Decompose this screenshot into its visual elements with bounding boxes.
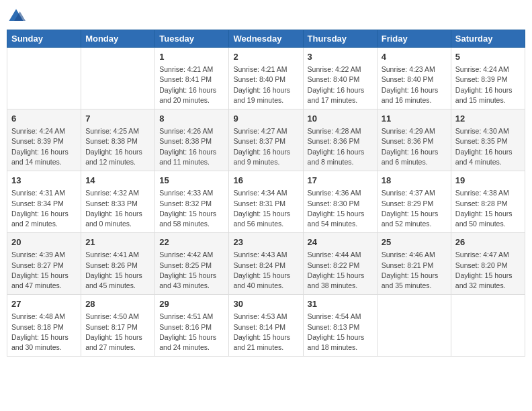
calendar-cell: 15Sunrise: 4:33 AM Sunset: 8:32 PM Dayli… xyxy=(155,171,229,233)
calendar-week-row: 20Sunrise: 4:39 AM Sunset: 8:27 PM Dayli… xyxy=(7,233,525,295)
calendar-cell: 4Sunrise: 4:23 AM Sunset: 8:40 PM Daylig… xyxy=(377,48,451,109)
calendar-cell: 1Sunrise: 4:21 AM Sunset: 8:41 PM Daylig… xyxy=(155,48,229,109)
calendar-cell xyxy=(81,48,155,109)
day-info: Sunrise: 4:30 AM Sunset: 8:35 PM Dayligh… xyxy=(455,126,521,167)
day-number: 24 xyxy=(308,236,373,248)
logo xyxy=(7,7,28,26)
day-info: Sunrise: 4:44 AM Sunset: 8:22 PM Dayligh… xyxy=(308,250,373,291)
day-number: 11 xyxy=(382,113,447,125)
day-info: Sunrise: 4:21 AM Sunset: 8:41 PM Dayligh… xyxy=(159,64,224,105)
day-info: Sunrise: 4:33 AM Sunset: 8:32 PM Dayligh… xyxy=(159,188,224,229)
day-info: Sunrise: 4:47 AM Sunset: 8:20 PM Dayligh… xyxy=(455,250,521,291)
day-info: Sunrise: 4:37 AM Sunset: 8:29 PM Dayligh… xyxy=(382,188,447,229)
day-number: 8 xyxy=(159,113,224,125)
calendar-cell: 30Sunrise: 4:53 AM Sunset: 8:14 PM Dayli… xyxy=(229,295,303,357)
calendar-header-sunday: Sunday xyxy=(7,30,81,48)
calendar-cell: 11Sunrise: 4:29 AM Sunset: 8:36 PM Dayli… xyxy=(377,109,451,171)
calendar-header-row: SundayMondayTuesdayWednesdayThursdayFrid… xyxy=(7,30,525,48)
day-info: Sunrise: 4:41 AM Sunset: 8:26 PM Dayligh… xyxy=(85,250,150,291)
calendar-cell: 21Sunrise: 4:41 AM Sunset: 8:26 PM Dayli… xyxy=(81,233,155,295)
calendar-cell: 7Sunrise: 4:25 AM Sunset: 8:38 PM Daylig… xyxy=(81,109,155,171)
day-number: 13 xyxy=(11,175,77,187)
day-info: Sunrise: 4:53 AM Sunset: 8:14 PM Dayligh… xyxy=(233,312,298,353)
calendar-cell: 3Sunrise: 4:22 AM Sunset: 8:40 PM Daylig… xyxy=(303,48,377,109)
day-number: 25 xyxy=(382,236,447,248)
day-info: Sunrise: 4:25 AM Sunset: 8:38 PM Dayligh… xyxy=(85,126,150,167)
day-number: 19 xyxy=(455,175,521,187)
day-info: Sunrise: 4:42 AM Sunset: 8:25 PM Dayligh… xyxy=(159,250,224,291)
calendar-cell: 20Sunrise: 4:39 AM Sunset: 8:27 PM Dayli… xyxy=(7,233,81,295)
day-number: 14 xyxy=(85,175,150,187)
day-info: Sunrise: 4:29 AM Sunset: 8:36 PM Dayligh… xyxy=(382,126,447,167)
day-number: 31 xyxy=(308,298,373,310)
day-number: 30 xyxy=(233,298,298,310)
day-number: 6 xyxy=(11,113,77,125)
calendar-header-saturday: Saturday xyxy=(451,30,525,48)
calendar-cell: 5Sunrise: 4:24 AM Sunset: 8:39 PM Daylig… xyxy=(451,48,525,109)
page-header xyxy=(7,7,525,26)
calendar-cell: 12Sunrise: 4:30 AM Sunset: 8:35 PM Dayli… xyxy=(451,109,525,171)
day-number: 21 xyxy=(85,236,150,248)
calendar-cell: 17Sunrise: 4:36 AM Sunset: 8:30 PM Dayli… xyxy=(303,171,377,233)
day-info: Sunrise: 4:34 AM Sunset: 8:31 PM Dayligh… xyxy=(233,188,298,229)
calendar-cell: 8Sunrise: 4:26 AM Sunset: 8:38 PM Daylig… xyxy=(155,109,229,171)
day-info: Sunrise: 4:36 AM Sunset: 8:30 PM Dayligh… xyxy=(308,188,373,229)
day-number: 2 xyxy=(233,51,298,63)
calendar-table: SundayMondayTuesdayWednesdayThursdayFrid… xyxy=(7,30,525,357)
day-info: Sunrise: 4:27 AM Sunset: 8:37 PM Dayligh… xyxy=(233,126,298,167)
day-info: Sunrise: 4:31 AM Sunset: 8:34 PM Dayligh… xyxy=(11,188,77,229)
calendar-week-row: 13Sunrise: 4:31 AM Sunset: 8:34 PM Dayli… xyxy=(7,171,525,233)
calendar-cell: 29Sunrise: 4:51 AM Sunset: 8:16 PM Dayli… xyxy=(155,295,229,357)
calendar-cell: 27Sunrise: 4:48 AM Sunset: 8:18 PM Dayli… xyxy=(7,295,81,357)
day-number: 29 xyxy=(159,298,224,310)
day-info: Sunrise: 4:38 AM Sunset: 8:28 PM Dayligh… xyxy=(455,188,521,229)
day-number: 20 xyxy=(11,236,77,248)
calendar-header-tuesday: Tuesday xyxy=(155,30,229,48)
calendar-cell: 16Sunrise: 4:34 AM Sunset: 8:31 PM Dayli… xyxy=(229,171,303,233)
calendar-cell xyxy=(451,295,525,357)
calendar-cell: 22Sunrise: 4:42 AM Sunset: 8:25 PM Dayli… xyxy=(155,233,229,295)
day-number: 22 xyxy=(159,236,224,248)
calendar-header-friday: Friday xyxy=(377,30,451,48)
calendar-cell: 26Sunrise: 4:47 AM Sunset: 8:20 PM Dayli… xyxy=(451,233,525,295)
day-number: 17 xyxy=(308,175,373,187)
calendar-week-row: 27Sunrise: 4:48 AM Sunset: 8:18 PM Dayli… xyxy=(7,295,525,357)
logo-icon xyxy=(7,7,26,26)
calendar-cell xyxy=(377,295,451,357)
day-info: Sunrise: 4:43 AM Sunset: 8:24 PM Dayligh… xyxy=(233,250,298,291)
calendar-header-monday: Monday xyxy=(81,30,155,48)
calendar-cell: 18Sunrise: 4:37 AM Sunset: 8:29 PM Dayli… xyxy=(377,171,451,233)
day-number: 23 xyxy=(233,236,298,248)
calendar-cell: 23Sunrise: 4:43 AM Sunset: 8:24 PM Dayli… xyxy=(229,233,303,295)
calendar-cell: 31Sunrise: 4:54 AM Sunset: 8:13 PM Dayli… xyxy=(303,295,377,357)
calendar-cell: 14Sunrise: 4:32 AM Sunset: 8:33 PM Dayli… xyxy=(81,171,155,233)
day-number: 1 xyxy=(159,51,224,63)
calendar-cell: 28Sunrise: 4:50 AM Sunset: 8:17 PM Dayli… xyxy=(81,295,155,357)
day-info: Sunrise: 4:24 AM Sunset: 8:39 PM Dayligh… xyxy=(11,126,77,167)
calendar-cell: 2Sunrise: 4:21 AM Sunset: 8:40 PM Daylig… xyxy=(229,48,303,109)
day-number: 9 xyxy=(233,113,298,125)
day-info: Sunrise: 4:50 AM Sunset: 8:17 PM Dayligh… xyxy=(85,312,150,353)
day-info: Sunrise: 4:21 AM Sunset: 8:40 PM Dayligh… xyxy=(233,64,298,105)
day-info: Sunrise: 4:24 AM Sunset: 8:39 PM Dayligh… xyxy=(455,64,521,105)
day-number: 16 xyxy=(233,175,298,187)
day-info: Sunrise: 4:28 AM Sunset: 8:36 PM Dayligh… xyxy=(308,126,373,167)
day-info: Sunrise: 4:23 AM Sunset: 8:40 PM Dayligh… xyxy=(382,64,447,105)
day-info: Sunrise: 4:51 AM Sunset: 8:16 PM Dayligh… xyxy=(159,312,224,353)
day-info: Sunrise: 4:54 AM Sunset: 8:13 PM Dayligh… xyxy=(308,312,373,353)
calendar-header-thursday: Thursday xyxy=(303,30,377,48)
day-number: 10 xyxy=(308,113,373,125)
calendar-cell: 13Sunrise: 4:31 AM Sunset: 8:34 PM Dayli… xyxy=(7,171,81,233)
calendar-week-row: 6Sunrise: 4:24 AM Sunset: 8:39 PM Daylig… xyxy=(7,109,525,171)
day-number: 18 xyxy=(382,175,447,187)
calendar-cell xyxy=(7,48,81,109)
day-number: 28 xyxy=(85,298,150,310)
day-number: 5 xyxy=(455,51,521,63)
day-number: 4 xyxy=(382,51,447,63)
day-info: Sunrise: 4:46 AM Sunset: 8:21 PM Dayligh… xyxy=(382,250,447,291)
day-number: 7 xyxy=(85,113,150,125)
calendar-cell: 9Sunrise: 4:27 AM Sunset: 8:37 PM Daylig… xyxy=(229,109,303,171)
day-number: 26 xyxy=(455,236,521,248)
day-info: Sunrise: 4:48 AM Sunset: 8:18 PM Dayligh… xyxy=(11,312,77,353)
day-info: Sunrise: 4:22 AM Sunset: 8:40 PM Dayligh… xyxy=(308,64,373,105)
